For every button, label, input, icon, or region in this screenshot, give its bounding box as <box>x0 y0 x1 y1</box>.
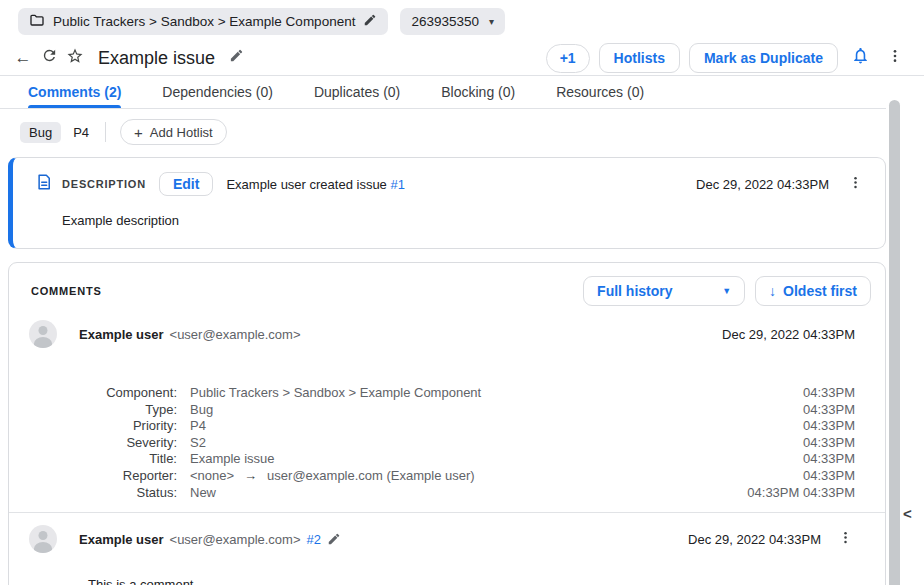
back-button[interactable]: ← <box>10 45 36 71</box>
field-label: Component: <box>38 385 190 402</box>
star-button[interactable] <box>62 45 88 71</box>
chevron-down-icon: ▾ <box>489 16 494 27</box>
field-value: <none> → user@example.com (Example user) <box>190 468 475 485</box>
comment-item-2: Example user <user@example.com> #2 Dec 2… <box>9 512 885 585</box>
field-row-priority: Priority: P4 04:33PM <box>38 418 855 435</box>
arrow-down-icon: ↓ <box>769 283 776 299</box>
field-label: Reporter: <box>38 468 190 485</box>
issue-toolbar: ← Example issue +1 Hotlists Mark as Dupl… <box>0 41 924 76</box>
description-header: DESCRIPTION Edit Example user created is… <box>35 172 865 196</box>
tab-comments[interactable]: Comments (2) <box>28 76 121 108</box>
field-value-text: P4 <box>190 418 206 435</box>
issue-id: 263935350 <box>411 14 479 29</box>
field-label: Priority: <box>38 418 190 435</box>
tab-duplicates[interactable]: Duplicates (0) <box>314 76 400 108</box>
add-hotlist-button[interactable]: + Add Hotlist <box>120 119 227 145</box>
notifications-button[interactable] <box>847 45 873 71</box>
toolbar-overflow-menu-button[interactable] <box>882 45 908 71</box>
field-value: Example issue <box>190 451 275 468</box>
field-row-reporter: Reporter: <none> → user@example.com (Exa… <box>38 468 855 485</box>
tab-blocking[interactable]: Blocking (0) <box>441 76 515 108</box>
edit-title-button[interactable] <box>223 45 249 71</box>
field-value: Bug <box>190 402 213 419</box>
created-issue-text: Example user created issue <box>226 177 386 192</box>
comment-2-body: This is a comment. <box>88 577 885 585</box>
description-header-right: Dec 29, 2022 04:33PM <box>696 174 865 194</box>
edit-comment-icon[interactable] <box>327 532 341 546</box>
description-card: DESCRIPTION Edit Example user created is… <box>8 157 886 249</box>
more-options-icon <box>887 48 903 69</box>
chevron-left-icon: < <box>903 505 912 522</box>
description-timestamp: Dec 29, 2022 04:33PM <box>696 177 829 192</box>
avatar <box>29 320 57 348</box>
field-time: 04:33PM <box>791 451 855 468</box>
history-filter-value: Full history <box>597 283 672 299</box>
component-breadcrumb-chip[interactable]: Public Trackers > Sandbox > Example Comp… <box>18 8 388 35</box>
edit-description-button[interactable]: Edit <box>159 172 213 196</box>
field-value-text: Example issue <box>190 451 275 468</box>
add-hotlist-label: Add Hotlist <box>150 125 213 140</box>
comment-2-overflow-menu-button[interactable] <box>835 529 855 549</box>
field-value-text: Bug <box>190 402 213 419</box>
comment-2-timestamp: Dec 29, 2022 04:33PM <box>688 532 821 547</box>
dropdown-arrow-icon: ▼ <box>722 286 731 296</box>
plus-icon: + <box>134 124 143 141</box>
field-time: 04:33PM <box>791 468 855 485</box>
comments-header: COMMENTS Full history ▼ ↓ Oldest first <box>9 263 885 310</box>
more-options-icon <box>848 175 863 193</box>
comment-2-author-line: Example user <user@example.com> #2 <box>79 532 341 547</box>
field-row-component: Component: Public Trackers > Sandbox > E… <box>38 385 855 402</box>
plus-one-button[interactable]: +1 <box>546 44 590 73</box>
chips-divider <box>105 122 106 142</box>
toolbar-actions: +1 Hotlists Mark as Duplicate <box>546 43 908 73</box>
document-icon <box>35 173 53 195</box>
sort-order-label: Oldest first <box>783 283 857 299</box>
issue-ref-link[interactable]: #1 <box>390 177 404 192</box>
field-label: Type: <box>38 402 190 419</box>
tab-dependencies[interactable]: Dependencies (0) <box>162 76 273 108</box>
field-label: Status: <box>38 485 190 502</box>
collapse-panel-button[interactable]: < <box>903 505 912 522</box>
issue-id-chip[interactable]: 263935350 ▾ <box>400 8 505 35</box>
issue-tabs: Comments (2) Dependencies (0) Duplicates… <box>0 76 886 109</box>
top-bar: Public Trackers > Sandbox > Example Comp… <box>0 0 924 41</box>
more-options-icon <box>838 530 853 548</box>
breadcrumb: Public Trackers > Sandbox > Example Comp… <box>53 14 355 29</box>
description-section-label: DESCRIPTION <box>62 178 146 190</box>
star-icon <box>66 47 84 70</box>
field-label: Severity: <box>38 435 190 452</box>
priority-chip[interactable]: P4 <box>71 122 91 143</box>
field-time: 04:33PM <box>791 418 855 435</box>
type-chip[interactable]: Bug <box>20 122 61 143</box>
edit-component-icon[interactable] <box>363 13 377 30</box>
hotlists-button[interactable]: Hotlists <box>599 43 680 73</box>
comment-2-header: Example user <user@example.com> #2 Dec 2… <box>9 515 885 553</box>
comments-controls: Full history ▼ ↓ Oldest first <box>583 276 871 306</box>
history-filter-select[interactable]: Full history ▼ <box>583 276 745 306</box>
field-value-old: <none> <box>190 468 234 485</box>
tab-resources[interactable]: Resources (0) <box>556 76 644 108</box>
comment-1-author-line: Example user <user@example.com> <box>79 327 301 342</box>
field-time: 04:33PM 04:33PM <box>735 485 855 502</box>
sort-order-button[interactable]: ↓ Oldest first <box>755 276 871 306</box>
field-value: P4 <box>190 418 206 435</box>
field-row-status: Status: New 04:33PM 04:33PM <box>38 485 855 502</box>
description-body: Example description <box>62 213 865 228</box>
folder-icon <box>29 12 45 31</box>
description-overflow-menu-button[interactable] <box>845 174 865 194</box>
field-label: Title: <box>38 451 190 468</box>
comment-ref-link[interactable]: #2 <box>307 532 321 547</box>
field-value: Public Trackers > Sandbox > Example Comp… <box>190 385 481 402</box>
refresh-button[interactable] <box>36 45 62 71</box>
vertical-scrollbar[interactable] <box>889 100 900 585</box>
comments-card: COMMENTS Full history ▼ ↓ Oldest first E… <box>8 262 886 585</box>
field-row-type: Type: Bug 04:33PM <box>38 402 855 419</box>
page-title: Example issue <box>98 48 215 69</box>
mark-as-duplicate-button[interactable]: Mark as Duplicate <box>689 43 838 73</box>
field-value-text: S2 <box>190 435 206 452</box>
comment-item-1: Example user <user@example.com> Dec 29, … <box>9 310 885 501</box>
comments-section-label: COMMENTS <box>31 285 102 297</box>
field-value-text: New <box>190 485 216 502</box>
field-time: 04:33PM <box>791 435 855 452</box>
change-arrow-icon: → <box>244 468 257 485</box>
